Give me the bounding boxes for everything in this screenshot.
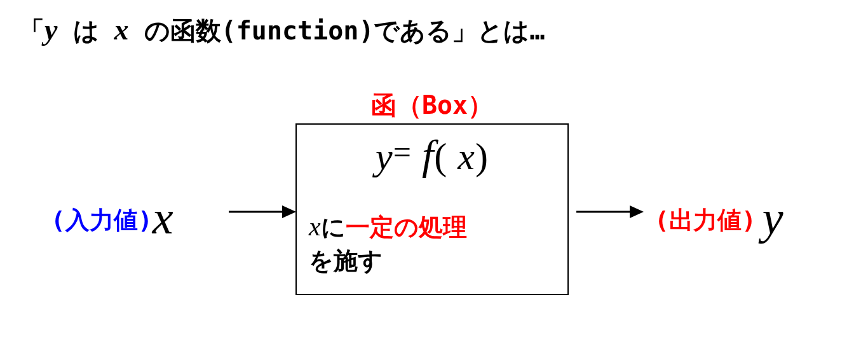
desc-var-x: x (309, 212, 321, 241)
input-label: (入力値) (51, 206, 153, 234)
open-bracket: 「 (19, 16, 44, 45)
title-line: 「y は x の函数(function)である」とは… (19, 13, 545, 48)
diagram-stage: 「y は x の函数(function)である」とは… 函（Box） y= f(… (0, 0, 868, 346)
svg-marker-3 (630, 205, 644, 218)
title-text-2: の函数(function)である」とは… (129, 16, 545, 45)
arrow-output-icon (575, 202, 645, 221)
close-paren: ) (475, 135, 489, 177)
desc-apply: を施す (309, 247, 383, 275)
title-var-x: x (114, 13, 129, 46)
box-title: 函（Box） (295, 88, 569, 123)
input-var-x: x (153, 191, 173, 244)
eq-var-y: y (376, 135, 393, 177)
output-group: (出力値)y (654, 191, 783, 245)
eq-func-f: f (422, 132, 434, 178)
eq-var-x: x (458, 135, 475, 177)
title-text-1: は (57, 16, 114, 45)
input-group: (入力値)x (51, 191, 173, 245)
svg-marker-1 (282, 205, 296, 218)
output-var-y: y (756, 191, 783, 244)
equals-sign: = (393, 134, 412, 170)
desc-process: 一定の処理 (346, 213, 467, 241)
output-label: (出力値) (654, 206, 756, 234)
title-var-y: y (44, 13, 57, 46)
equation: y= f( x) (295, 131, 569, 179)
open-paren: ( (434, 135, 447, 177)
description-block: xに一定の処理 を施す (309, 209, 467, 277)
desc-ni: に (321, 213, 346, 241)
arrow-input-icon (227, 202, 297, 221)
